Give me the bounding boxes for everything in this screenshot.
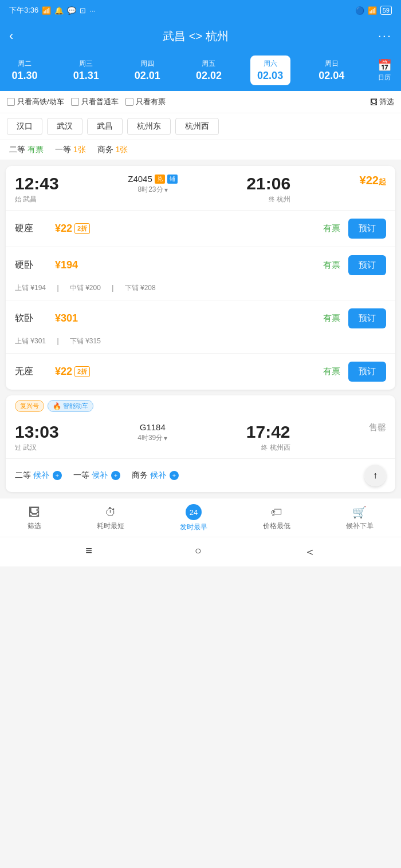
origin-prefix-1: 始 — [15, 196, 21, 203]
discount-tag-yingzuo: 2折 — [74, 223, 90, 234]
date-item-2[interactable]: 周四 02.01 — [127, 56, 167, 85]
checkbox-putong[interactable] — [71, 98, 79, 106]
filter-putong[interactable]: 只看普通车 — [71, 97, 119, 107]
circle-btn[interactable]: ○ — [195, 544, 202, 560]
badge-smart: 🔥 智能动车 — [48, 400, 93, 412]
book-btn-ruanwo[interactable]: 预订 — [348, 308, 386, 328]
clock-nav-icon: ⏱ — [105, 506, 116, 519]
smart-label: 智能动车 — [63, 402, 88, 410]
station-tab-wuchang[interactable]: 武昌 — [87, 118, 123, 135]
nav-shortest-label: 耗时最短 — [97, 521, 124, 531]
business-class-count: 1张 — [115, 145, 128, 154]
filter-button[interactable]: ⛾ 筛选 — [370, 97, 394, 107]
more-button[interactable]: ··· — [378, 29, 392, 43]
weekday-3: 周五 — [202, 59, 215, 69]
filter-bar: 只看高铁/动车 只看普通车 只看有票 ⛾ 筛选 — [0, 91, 401, 113]
notification-icon: 🔔 — [54, 6, 64, 15]
waitlist-row: 二等 候补 + 一等 候补 + 商务 候补 + ↑ — [6, 458, 395, 492]
weekday-2: 周四 — [140, 59, 154, 69]
nav-earliest[interactable]: 24 发时最早 — [180, 504, 207, 532]
page-title: 武昌 <> 杭州 — [163, 29, 228, 44]
station-tab-hangzhouxi[interactable]: 杭州西 — [175, 118, 219, 135]
weekday-5: 周日 — [325, 59, 339, 69]
date-item-5[interactable]: 周日 02.04 — [312, 56, 352, 85]
status-bar: 下午3:36 📶 🔔 💬 ⊡ ··· 🔵 📶 59 — [0, 0, 401, 21]
system-nav: ≡ ○ ＜ — [0, 537, 401, 566]
train-duration-1: 8时23分 ▾ — [138, 185, 168, 195]
bluetooth-icon: 🔵 — [355, 6, 364, 15]
nav-cheapest[interactable]: 🏷 价格最低 — [263, 506, 290, 531]
dropdown-icon[interactable]: ▾ — [164, 186, 168, 194]
checkbox-youpiao[interactable] — [125, 98, 133, 106]
scroll-up-btn[interactable]: ↑ — [364, 465, 386, 486]
tag-dui: 兑 — [155, 175, 165, 184]
station-tab-hankou[interactable]: 汉口 — [7, 118, 42, 135]
book-btn-yingzuo[interactable]: 预订 — [348, 219, 386, 239]
date-picker: 周二 01.30 周三 01.31 周四 02.01 周五 02.02 周六 0… — [0, 51, 401, 91]
dest-info-1: 终 杭州 — [246, 195, 290, 204]
waitlist-second-status: 候补 — [33, 470, 49, 481]
seat-avail-yingwo: 有票 — [323, 260, 340, 271]
status-right: 🔵 📶 59 — [355, 6, 392, 15]
home-btn[interactable]: ≡ — [85, 544, 92, 560]
depart-time-1: 12:43 — [15, 174, 59, 193]
seat-avail-ruanwo: 有票 — [323, 313, 340, 324]
separator3: | — [57, 337, 58, 345]
seat-avail-yingzuo: 有票 — [323, 223, 340, 234]
station-tab-hangzhoudong[interactable]: 杭州东 — [127, 118, 171, 135]
arrive-time-1: 21:06 — [246, 174, 290, 193]
waitlist-first-label: 一等 — [73, 470, 89, 481]
header: ‹ 武昌 <> 杭州 ··· — [0, 21, 401, 51]
business-class-label: 商务 1张 — [97, 145, 128, 155]
seat-name-yingwo: 硬卧 — [15, 259, 49, 271]
weekday-0: 周二 — [18, 59, 32, 69]
date-item-1[interactable]: 周三 01.31 — [66, 56, 106, 85]
station-tab-wuhan[interactable]: 武汉 — [47, 118, 82, 135]
via-info-2: 过 武汉 — [15, 443, 59, 453]
train-number-2: G1184 — [140, 422, 166, 432]
seat-price-wuzuo: ¥22 2折 — [55, 366, 90, 378]
nav-shortest[interactable]: ⏱ 耗时最短 — [97, 506, 124, 531]
nav-filter-label: 筛选 — [27, 521, 41, 531]
train-header-2: 13:03 过 武汉 G1184 4时39分 ▾ 17:42 终 杭州西 售罄 — [6, 414, 395, 458]
waitlist-first-plus[interactable]: + — [111, 471, 120, 480]
train-number-1: Z4045 兑 铺 — [128, 174, 178, 184]
seat-row-yingzuo: 硬座 ¥22 2折 有票 预订 — [6, 210, 395, 247]
nav-filter[interactable]: ⛾ 筛选 — [27, 506, 41, 531]
fire-icon: 🔥 — [53, 402, 61, 410]
waitlist-second-plus[interactable]: + — [53, 471, 62, 480]
back-sys-btn[interactable]: ＜ — [304, 544, 316, 560]
nav-cheapest-label: 价格最低 — [263, 521, 290, 531]
yingwo-shang: 上铺 ¥194 — [15, 284, 46, 292]
waitlist-business-plus[interactable]: + — [170, 471, 179, 480]
back-button[interactable]: ‹ — [9, 29, 13, 43]
book-btn-yingwo[interactable]: 预订 — [348, 255, 386, 275]
checkbox-gaotie[interactable] — [7, 98, 15, 106]
train-duration-2: 4时39分 ▾ — [137, 433, 167, 443]
date-0: 01.30 — [11, 70, 37, 82]
train-header-1: 12:43 始 武昌 Z4045 兑 铺 8时23分 ▾ 21:06 终 杭州 — [6, 166, 395, 210]
train-arrive-info: 21:06 终 杭州 — [246, 174, 290, 204]
weekday-1: 周三 — [79, 59, 93, 69]
seat-row-ruanwo: 软卧 ¥301 有票 预订 — [6, 300, 395, 336]
filter-gaotie[interactable]: 只看高铁/动车 — [7, 97, 64, 107]
dropdown-icon-2[interactable]: ▾ — [164, 434, 167, 442]
depart-time-2: 13:03 — [15, 422, 59, 442]
train-depart-info-2: 13:03 过 武汉 — [15, 422, 59, 453]
filter-youpiao[interactable]: 只看有票 — [125, 97, 166, 107]
date-item-0[interactable]: 周二 01.30 — [5, 56, 45, 85]
train-arrive-info-2: 17:42 终 杭州西 — [246, 422, 290, 453]
filter-gaotie-label: 只看高铁/动车 — [17, 97, 64, 107]
book-btn-wuzuo[interactable]: 预订 — [348, 362, 386, 382]
nav-waitlist[interactable]: 🛒 候补下单 — [346, 505, 374, 531]
calendar-button[interactable]: 📅 日历 — [373, 55, 396, 85]
date-item-4[interactable]: 周六 02.03 — [250, 56, 290, 85]
train-middle-1: Z4045 兑 铺 8时23分 ▾ — [128, 174, 178, 195]
date-item-3[interactable]: 周五 02.02 — [188, 56, 229, 85]
seat-sub-ruanwo: 上铺 ¥301 | 下铺 ¥315 — [6, 336, 395, 353]
train-middle-2: G1184 4时39分 ▾ — [137, 422, 167, 443]
ticket-summary: 二等 有票 一等 1张 商务 1张 — [0, 140, 401, 160]
train-card-1: 12:43 始 武昌 Z4045 兑 铺 8时23分 ▾ 21:06 终 杭州 — [6, 166, 395, 390]
filter-putong-label: 只看普通车 — [81, 97, 119, 107]
filter-youpiao-label: 只看有票 — [136, 97, 166, 107]
